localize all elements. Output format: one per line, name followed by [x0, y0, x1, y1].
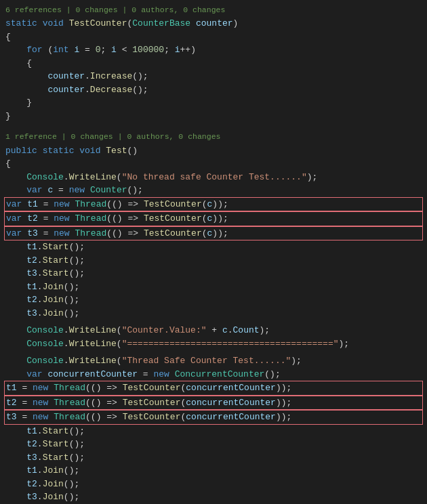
code-line: {: [0, 157, 427, 171]
code-line: Console.WriteLine("=====================…: [0, 337, 427, 351]
code-line-highlighted: var t3 = new Thread(() => TestCounter(c)…: [4, 226, 423, 241]
code-line: }: [0, 110, 427, 123]
code-line: t3.Join();: [0, 307, 427, 320]
code-line: Console.WriteLine("Counter.Value:" + c.C…: [0, 324, 427, 337]
code-line: Console.WriteLine("No thread safe Counte…: [0, 171, 427, 184]
meta-references-1: 6 references | 0 changes | 0 authors, 0 …: [0, 3, 427, 17]
code-line-highlighted: t3 = new Thread(() => TestCounter(concur…: [4, 410, 423, 425]
code-line: t1.Start();: [0, 240, 427, 254]
code-line: t2.Start();: [0, 254, 427, 268]
code-line: t3.Join();: [0, 490, 427, 504]
code-line: {: [0, 30, 427, 44]
code-line: t1.Join();: [0, 464, 427, 478]
code-line: Console.WriteLine("Thread Safe Counter T…: [0, 354, 427, 368]
code-line: var c = new Counter();: [0, 184, 427, 197]
code-line: t2.Join();: [0, 293, 427, 307]
code-line-highlighted: var t1 = new Thread(() => TestCounter(c)…: [4, 197, 423, 212]
code-line: t1.Start();: [0, 425, 427, 438]
code-line: t3.Start();: [0, 451, 427, 465]
code-editor: 6 references | 0 changes | 0 authors, 0 …: [0, 0, 427, 504]
code-line: t1.Join();: [0, 280, 427, 294]
code-line: counter.Increase();: [0, 70, 427, 83]
code-line: t2.Join();: [0, 478, 427, 491]
code-line: counter.Decrease();: [0, 83, 427, 97]
code-line: static void TestCounter(CounterBase coun…: [0, 17, 427, 30]
code-line: t3.Start();: [0, 267, 427, 280]
code-line: public static void Test(): [0, 144, 427, 158]
meta-references-2: 1 reference | 0 changes | 0 authors, 0 c…: [0, 129, 427, 144]
code-line: var concurrentCounter = new ConcurrentCo…: [0, 368, 427, 381]
code-line: {: [0, 57, 427, 70]
code-line: t2.Start();: [0, 438, 427, 451]
code-line: for (int i = 0; i < 100000; i++): [0, 43, 427, 57]
code-line-highlighted: t2 = new Thread(() => TestCounter(concur…: [4, 396, 423, 411]
code-line-highlighted: var t2 = new Thread(() => TestCounter(c)…: [4, 211, 423, 226]
code-line-highlighted: t1 = new Thread(() => TestCounter(concur…: [4, 381, 423, 396]
code-line: }: [0, 96, 427, 110]
